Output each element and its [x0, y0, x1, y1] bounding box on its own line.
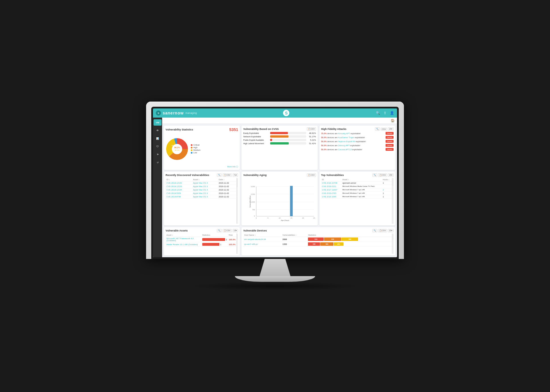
stats-bar-group: 519 842 909 [308, 237, 391, 241]
devices-csv-btn[interactable]: 📋CSV [378, 229, 387, 232]
aging-csv-btn[interactable]: 📋CSV [307, 173, 316, 177]
asset-name[interactable]: Apple Mac OS X [192, 185, 218, 188]
lateral-fill [270, 142, 288, 144]
sidebar-item-eye[interactable]: 👁 [154, 127, 162, 134]
svg-text:3,000: 3,000 [251, 186, 255, 187]
share-icon[interactable]: ⇧ [384, 111, 386, 115]
search-icon[interactable]: 🔍 [376, 111, 380, 115]
hf-details-btn-2[interactable]: Details [386, 136, 394, 139]
recent-search-btn[interactable]: 🔍 [217, 173, 222, 177]
cvss-csv-btn[interactable]: 📋CSV [307, 127, 316, 131]
pie-chart: 38.1% 32.1% 25% [166, 138, 188, 161]
topvuln-scroll: ID Asset ↕ Hosts ↕ [321, 178, 394, 224]
svg-text:750: 750 [252, 209, 255, 210]
cvss-bar-easily: Easily Exploitable 48.81% [243, 132, 316, 134]
topvuln-col-hosts: Hosts ↕ [382, 178, 392, 181]
asset-link[interactable]: Microsoft .NET Framework 4.0 (Outdated) [166, 237, 201, 242]
devices-count-btn[interactable]: 15▾ [388, 229, 394, 232]
topvuln-cve-id[interactable]: CVE-2018-6131 [321, 185, 342, 188]
host-name[interactable]: dm-secpod-ubuntu14.04 [243, 237, 282, 242]
lateral-track [270, 142, 306, 144]
hf-search-btn[interactable]: 🔍 [375, 127, 380, 131]
recent-table-container: ID ↕ Asset ↕ Date ↕ [166, 178, 236, 224]
devices-scrollbar[interactable] [392, 233, 394, 254]
public-label: Public Exploit Available [243, 139, 269, 141]
asset-stat-bar: 1 [201, 242, 228, 247]
assets-scroll: Asset ↕ Statistics Risk [166, 233, 238, 254]
table-row: CVE-2018-10708 openssh-server 1 [321, 181, 392, 185]
assets-col-asset: Asset ↕ [166, 233, 201, 237]
topvuln-title: Top Vulnerabilities [321, 174, 344, 177]
recent-csv-btn[interactable]: 📋CSV [223, 173, 231, 177]
cve-id[interactable]: CVE-2019-8706 [166, 195, 192, 198]
cve-id[interactable]: CVE-2018-12152 [166, 181, 192, 185]
assets-search-btn[interactable]: 🔍 [217, 229, 222, 232]
main-layout: VM 👁 📊 🛡 ⚑ ↺ 🏠 [153, 118, 397, 257]
topvuln-cve-id[interactable]: CVE-2019-0765 [321, 191, 342, 195]
topvuln-hosts[interactable]: 2 [382, 188, 392, 191]
topvuln-search-btn[interactable]: 🔍 [372, 173, 377, 177]
sidebar-item-chart[interactable]: 📊 [154, 135, 162, 142]
devices-search-btn[interactable]: 🔍 [372, 229, 377, 232]
hf-details-btn-4[interactable]: Details [386, 144, 394, 147]
topvuln-header: Top Vulnerabilities 🔍 📋CSV 15▾ [321, 173, 394, 177]
asset-name[interactable]: Apple Mac OS X [192, 181, 218, 185]
table-row: CVE-2018-12152 Apple Mac OS X 2019-11-02 [166, 181, 236, 185]
sidebar-item-vm[interactable]: VM [154, 119, 162, 126]
network-fill [270, 135, 288, 138]
risk-pct: 100.0% [228, 237, 237, 242]
device-stats-bar: 519 842 909 [307, 237, 392, 242]
cvss-header: Vulnerability Based on CVSS 📋CSV [243, 127, 316, 131]
hf-details-btn-5[interactable]: Details [386, 148, 394, 151]
asset-name[interactable]: Apple Mac OS X [192, 195, 218, 198]
cve-id[interactable]: CVE-2018-12154 [166, 188, 192, 191]
devices-header: Vulnerable Devices 🔍 📋CSV 15▾ [243, 229, 394, 232]
cve-id[interactable]: CVE-2018-5329 [166, 191, 192, 195]
hf-details-btn-3[interactable]: Details [386, 140, 394, 143]
easily-label: Easily Exploitable [243, 132, 269, 134]
vuln-legend: Critical High [191, 144, 201, 154]
asset-name[interactable]: Apple Mac OS X [192, 191, 218, 195]
table-row: CVE-2018-5329 Apple Mac OS X 2019-11-02 [166, 191, 236, 195]
vuln-date: 2019-11-02 [218, 185, 237, 188]
asset-name[interactable]: Apple Mac OS X [192, 188, 218, 191]
recent-table: ID ↕ Asset ↕ Date ↕ [166, 178, 236, 199]
vuln-date: 2019-11-02 [218, 195, 237, 198]
topvuln-cve-id[interactable]: CVE-2018-10708 [321, 181, 342, 185]
topvuln-scrollbar[interactable] [392, 178, 394, 224]
recent-count-btn[interactable]: 71▾ [233, 173, 238, 177]
topbar-brand: sanernow [163, 111, 184, 115]
assets-scrollbar[interactable] [236, 233, 238, 254]
assets-csv-btn[interactable]: 📋CSV [223, 229, 231, 232]
sidebar-item-flag[interactable]: ⚑ [154, 151, 162, 158]
stats-bar-group: 430 501 261 [308, 242, 391, 246]
table-row: CVE-2018-12153 Apple Mac OS X 2019-11-02 [166, 185, 236, 188]
topvuln-count-btn[interactable]: 15▾ [388, 173, 394, 177]
hf-count-btn[interactable]: 15▾ [388, 127, 394, 131]
sidebar-item-refresh[interactable]: ↺ [154, 159, 162, 166]
topvuln-hosts: 1 [382, 195, 392, 198]
topvuln-hosts [382, 185, 392, 188]
hf-row-2: 50.0% devices are KuaiGainer Trojan expl… [321, 136, 394, 139]
recent-scrollbar[interactable] [236, 178, 238, 224]
topvuln-cve-id[interactable]: CVE-2017-11647 [321, 188, 342, 191]
svg-text:20: 20 [302, 217, 304, 219]
topvuln-csv-btn[interactable]: 📋CSV [378, 173, 387, 177]
assets-controls: 🔍 📋CSV 15▾ [217, 229, 238, 232]
user-icon[interactable]: 👤 [390, 111, 394, 115]
more-info-link[interactable]: More info ⓘ [166, 165, 238, 168]
vuln-date: 2019-11-02 [218, 188, 237, 191]
assets-col-stats: Statistics [201, 233, 228, 237]
cve-id[interactable]: CVE-2018-12153 [166, 185, 192, 188]
hf-row-5-text: 50.0% devices are Cocooa APT13 exploitab… [321, 149, 384, 151]
assets-count-btn[interactable]: 15▾ [233, 229, 238, 232]
table-row: Microsoft .NET Framework 4.0 (Outdated) … [166, 237, 236, 242]
content-area: 🏠 Vulnerability Statistics 5351 [162, 118, 397, 257]
topvuln-cve-id[interactable]: CVE-2019-1645 [321, 195, 342, 198]
asset-link[interactable]: Adobe Reader 10.1 x86 (Outdated) [166, 242, 201, 247]
hf-csv-btn[interactable]: CSV [381, 128, 387, 131]
sidebar-item-shield[interactable]: 🛡 [154, 143, 162, 150]
hf-details-btn-1[interactable]: Details [386, 132, 394, 135]
home-icon[interactable]: 🏠 [391, 119, 395, 122]
host-name[interactable]: qa-win7-x86-pc [243, 242, 282, 247]
